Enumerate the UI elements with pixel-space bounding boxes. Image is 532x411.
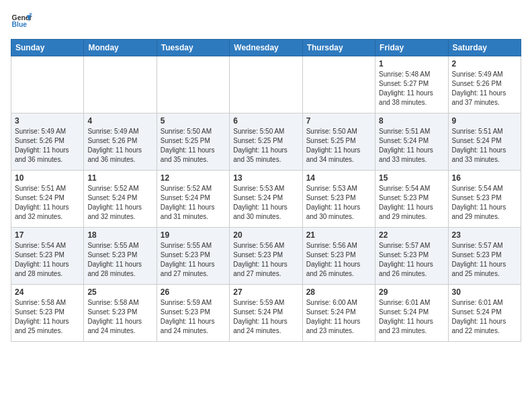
cell-info: Sunrise: 5:59 AM [233,298,298,308]
cell-info: Sunrise: 5:50 AM [306,127,371,136]
cell-info: Sunrise: 6:01 AM [452,298,517,308]
day-number: 18 [87,230,152,240]
day-number: 26 [161,287,226,297]
day-number: 29 [379,287,444,297]
calendar-cell: 19Sunrise: 5:55 AMSunset: 5:23 PMDayligh… [157,228,229,285]
cell-info: Daylight: 11 hours [379,146,444,155]
cell-info: Sunrise: 5:52 AM [87,184,152,193]
cell-info: and 25 minutes. [452,269,517,279]
calendar-cell: 18Sunrise: 5:55 AMSunset: 5:23 PMDayligh… [84,228,157,285]
logo: General Blue [11,11,32,32]
cell-info: Sunrise: 5:58 AM [87,298,152,308]
cell-info: and 32 minutes. [15,212,80,222]
cell-info: Sunset: 5:23 PM [87,250,152,260]
week-row-4: 17Sunrise: 5:54 AMSunset: 5:23 PMDayligh… [11,228,521,285]
cell-info: Daylight: 11 hours [161,146,226,155]
cell-info: Sunrise: 5:54 AM [452,184,517,193]
week-row-5: 24Sunrise: 5:58 AMSunset: 5:23 PMDayligh… [11,285,521,342]
cell-info: Sunrise: 5:59 AM [161,298,226,308]
calendar-cell: 29Sunrise: 6:01 AMSunset: 5:24 PMDayligh… [375,285,448,342]
cell-info: Daylight: 11 hours [452,89,517,98]
cell-info: and 28 minutes. [87,269,152,279]
day-number: 30 [452,287,517,297]
cell-info: Sunset: 5:25 PM [306,136,371,146]
cell-info: Daylight: 11 hours [233,146,298,155]
cell-info: Sunset: 5:27 PM [379,79,444,89]
cell-info: and 36 minutes. [87,155,152,165]
calendar-cell: 23Sunrise: 5:57 AMSunset: 5:23 PMDayligh… [448,228,521,285]
logo-icon: General Blue [11,11,32,32]
calendar-cell [84,56,157,113]
page-header: General Blue [11,11,521,32]
svg-text:Blue: Blue [12,21,28,28]
cell-info: Daylight: 11 hours [306,203,371,212]
cell-info: and 26 minutes. [379,269,444,279]
week-row-2: 3Sunrise: 5:49 AMSunset: 5:26 PMDaylight… [11,113,521,171]
cell-info: and 24 minutes. [161,326,226,336]
week-row-1: 1Sunrise: 5:48 AMSunset: 5:27 PMDaylight… [11,56,521,113]
day-number: 11 [87,173,152,183]
calendar-table: SundayMondayTuesdayWednesdayThursdayFrid… [11,39,521,342]
cell-info: Sunset: 5:24 PM [87,193,152,203]
cell-info: Sunrise: 5:50 AM [233,127,298,136]
calendar-cell: 26Sunrise: 5:59 AMSunset: 5:23 PMDayligh… [157,285,229,342]
cell-info: and 35 minutes. [233,155,298,165]
cell-info: and 33 minutes. [379,155,444,165]
cell-info: Sunrise: 5:56 AM [233,241,298,250]
cell-info: Daylight: 11 hours [452,203,517,212]
cell-info: and 24 minutes. [233,326,298,336]
cell-info: and 23 minutes. [306,326,371,336]
cell-info: Sunrise: 5:49 AM [15,127,80,136]
cell-info: Sunset: 5:24 PM [452,308,517,317]
day-number: 19 [161,230,226,240]
calendar-cell: 22Sunrise: 5:57 AMSunset: 5:23 PMDayligh… [375,228,448,285]
cell-info: Sunrise: 5:57 AM [379,241,444,250]
cell-info: Daylight: 11 hours [379,89,444,98]
cell-info: and 29 minutes. [379,212,444,222]
cell-info: Sunset: 5:23 PM [306,250,371,260]
cell-info: and 25 minutes. [15,326,80,336]
day-number: 9 [452,116,517,126]
cell-info: and 37 minutes. [452,98,517,107]
cell-info: Sunrise: 5:51 AM [15,184,80,193]
calendar-cell: 6Sunrise: 5:50 AMSunset: 5:25 PMDaylight… [230,113,302,171]
cell-info: Daylight: 11 hours [87,203,152,212]
cell-info: Sunrise: 5:58 AM [15,298,80,308]
calendar-cell: 5Sunrise: 5:50 AMSunset: 5:25 PMDaylight… [157,113,229,171]
cell-info: Sunrise: 5:49 AM [452,70,517,79]
cell-info: Daylight: 11 hours [306,317,371,326]
cell-info: and 30 minutes. [233,212,298,222]
cell-info: Daylight: 11 hours [379,317,444,326]
calendar-cell [157,56,229,113]
cell-info: and 24 minutes. [87,326,152,336]
cell-info: Sunrise: 5:53 AM [233,184,298,193]
cell-info: Daylight: 11 hours [15,203,80,212]
cell-info: Daylight: 11 hours [379,260,444,269]
calendar-cell: 17Sunrise: 5:54 AMSunset: 5:23 PMDayligh… [11,228,84,285]
calendar-cell: 25Sunrise: 5:58 AMSunset: 5:23 PMDayligh… [84,285,157,342]
cell-info: Sunrise: 5:57 AM [452,241,517,250]
day-number: 2 [452,59,517,68]
cell-info: Daylight: 11 hours [15,260,80,269]
cell-info: Sunset: 5:24 PM [233,308,298,317]
cell-info: Sunset: 5:26 PM [452,79,517,89]
weekday-header-monday: Monday [84,40,157,56]
weekday-header-row: SundayMondayTuesdayWednesdayThursdayFrid… [11,40,521,56]
calendar-cell: 7Sunrise: 5:50 AMSunset: 5:25 PMDaylight… [302,113,375,171]
cell-info: Sunset: 5:25 PM [161,136,226,146]
calendar-cell [11,56,84,113]
cell-info: Daylight: 11 hours [233,260,298,269]
cell-info: Sunset: 5:24 PM [379,136,444,146]
calendar-cell: 4Sunrise: 5:49 AMSunset: 5:26 PMDaylight… [84,113,157,171]
day-number: 4 [87,116,152,126]
cell-info: Sunrise: 5:54 AM [379,184,444,193]
week-row-3: 10Sunrise: 5:51 AMSunset: 5:24 PMDayligh… [11,171,521,228]
calendar-cell [230,56,302,113]
cell-info: Daylight: 11 hours [306,260,371,269]
calendar-cell: 20Sunrise: 5:56 AMSunset: 5:23 PMDayligh… [230,228,302,285]
cell-info: Sunset: 5:24 PM [452,136,517,146]
cell-info: Sunrise: 6:00 AM [306,298,371,308]
cell-info: Daylight: 11 hours [452,260,517,269]
day-number: 8 [379,116,444,126]
cell-info: Sunset: 5:23 PM [15,308,80,317]
